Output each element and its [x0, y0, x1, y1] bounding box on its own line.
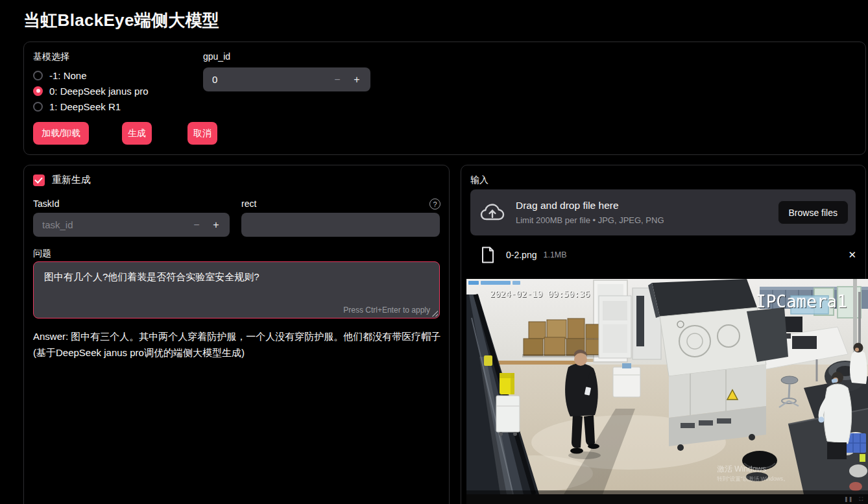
gpu-id-label: gpu_id — [203, 51, 230, 62]
question-label: 问题 — [33, 248, 51, 259]
browse-files-button[interactable]: Browse files — [778, 200, 849, 224]
file-document-icon — [481, 246, 494, 263]
radio-label: -1: None — [49, 70, 87, 81]
uploaded-image-preview: 2024-02-19 09:50:36 IPCamera1 激活 Windows… — [466, 279, 868, 494]
remove-file-button[interactable]: ✕ — [844, 248, 860, 261]
load-unload-button[interactable]: 加载/卸载 — [33, 122, 89, 145]
lab-cctv-scene: 2024-02-19 09:50:36 IPCamera1 激活 Windows… — [466, 279, 868, 494]
rect-input[interactable] — [241, 219, 440, 230]
dropzone-limit: Limit 200MB per file • JPG, JPEG, PNG — [516, 215, 664, 225]
gpu-id-input-wrap: − + — [203, 67, 370, 91]
gpu-id-steppers: − + — [328, 67, 367, 91]
radio-label: 1: DeepSeek R1 — [49, 101, 121, 112]
upload-cloud-icon — [480, 202, 505, 223]
radio-label: 0: DeepSeek janus pro — [49, 86, 149, 97]
radio-option-none[interactable]: -1: None — [33, 68, 87, 82]
radio-icon — [33, 102, 43, 112]
rect-label: rect — [241, 198, 256, 209]
regenerate-checkbox[interactable]: 重新生成 — [33, 174, 91, 186]
model-config-panel: 基模选择 -1: None 0: DeepSeek janus pro 1: D… — [23, 42, 866, 155]
answer-text: Answer: 图中有三个人。其中两个人穿着防护服，一个人没有穿防护服。他们都没… — [33, 329, 443, 361]
windows-watermark-line2: 转到“设置”以激活 Windows。 — [717, 475, 789, 482]
rect-input-wrap — [241, 213, 440, 237]
question-textarea-wrap: 图中有几个人?他们着装是否符合实验室安全规则? Press Ctrl+Enter… — [33, 261, 440, 318]
taskid-steppers: − + — [187, 213, 226, 237]
regenerate-label: 重新生成 — [52, 174, 91, 186]
dropzone-text: Drag and drop file here Limit 200MB per … — [516, 200, 664, 225]
checkbox-checked-icon — [33, 174, 45, 186]
input-label: 输入 — [470, 174, 488, 186]
question-textarea[interactable]: 图中有几个人?他们着装是否符合实验室安全规则? — [34, 262, 439, 318]
radio-option-r1[interactable]: 1: DeepSeek R1 — [33, 99, 121, 114]
help-icon[interactable]: ? — [429, 198, 440, 210]
taskid-label: TaskId — [33, 198, 59, 209]
windows-watermark-line1: 激活 Windows — [717, 464, 766, 474]
page-title: 当虹BlackEye端侧大模型 — [23, 9, 219, 32]
taskid-input-wrap: − + — [33, 213, 230, 237]
cctv-camera-name: IPCamera1 — [756, 292, 847, 311]
file-dropzone[interactable]: Drag and drop file here Limit 200MB per … — [470, 189, 856, 235]
generate-button[interactable]: 生成 — [122, 122, 152, 145]
image-toolbar: ❚❚ ⛶ — [466, 494, 868, 504]
radio-icon — [33, 71, 43, 80]
qa-panel: 重新生成 TaskId − + rect ? 问题 图中有几个人?他们着装是否符… — [23, 165, 450, 504]
file-size: 1.1MB — [543, 250, 566, 259]
model-select-label: 基模选择 — [33, 51, 69, 63]
app-window: 当虹BlackEye端侧大模型 基模选择 -1: None 0: DeepSee… — [0, 0, 868, 504]
radio-selected-icon — [33, 86, 43, 96]
pause-icon[interactable]: ❚❚ — [844, 497, 852, 502]
fullscreen-icon[interactable]: ⛶ — [859, 497, 863, 502]
plus-stepper-button[interactable]: + — [206, 219, 226, 231]
cctv-timestamp: 2024-02-19 09:50:36 — [490, 289, 590, 299]
cancel-button[interactable]: 取消 — [187, 122, 217, 145]
plus-stepper-button[interactable]: + — [347, 74, 367, 86]
file-name: 0-2.png — [506, 250, 536, 260]
radio-option-janus-pro[interactable]: 0: DeepSeek janus pro — [33, 84, 149, 98]
minus-stepper-button[interactable]: − — [187, 219, 206, 231]
dropzone-title: Drag and drop file here — [516, 200, 664, 211]
uploaded-file-row: 0-2.png 1.1MB ✕ — [470, 245, 863, 265]
minus-stepper-button[interactable]: − — [328, 74, 347, 86]
